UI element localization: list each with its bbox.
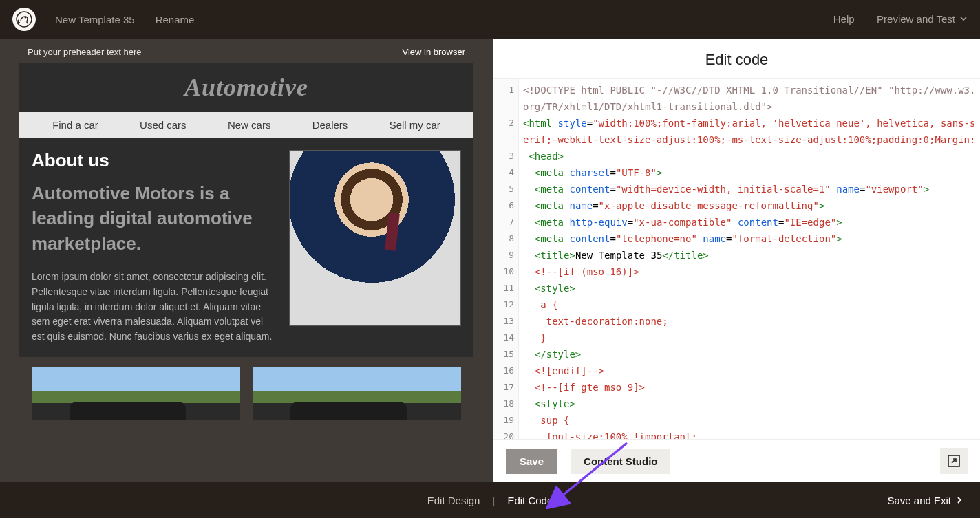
preheader-text: Put your preheader text here — [28, 47, 142, 57]
preview-pane: Put your preheader text here View in bro… — [0, 39, 493, 482]
car-image-row — [19, 357, 473, 420]
main: Put your preheader text here View in bro… — [0, 39, 980, 482]
nav-find-car[interactable]: Find a car — [52, 119, 98, 131]
code-pane-title: Edit code — [493, 39, 980, 78]
car-image-2 — [253, 367, 461, 420]
template-name[interactable]: New Template 35 — [55, 14, 135, 25]
preview-test-label: Preview and Test — [877, 13, 955, 25]
about-text-column: About us Automotive Motors is a leading … — [32, 150, 277, 345]
preview-test-dropdown[interactable]: Preview and Test — [877, 13, 968, 25]
mailchimp-logo-icon[interactable] — [12, 8, 36, 31]
about-heading: About us — [32, 150, 277, 171]
bottom-bar: Edit Design | Edit Code Save and Exit — [0, 482, 980, 518]
code-lines[interactable]: <!DOCTYPE html PUBLIC "-//W3C//DTD XHTML… — [519, 79, 980, 439]
brand-bar: Automotive — [19, 63, 473, 112]
save-and-exit-button[interactable]: Save and Exit — [887, 495, 963, 506]
edit-code-tab[interactable]: Edit Code — [507, 495, 553, 506]
svg-point-1 — [25, 17, 26, 18]
brand-logo-text: Automotive — [184, 73, 308, 102]
about-body: Lorem ipsum dolor sit amet, consectetur … — [32, 270, 277, 344]
chevron-right-icon — [955, 495, 963, 506]
bottom-center: Edit Design | Edit Code — [427, 495, 553, 506]
help-link[interactable]: Help — [833, 13, 855, 25]
code-editor[interactable]: 1234567891011121314151617181920 <!DOCTYP… — [493, 78, 980, 439]
nav-new-cars[interactable]: New cars — [228, 119, 271, 131]
svg-point-0 — [17, 12, 32, 27]
expand-icon[interactable] — [940, 448, 968, 474]
save-button[interactable]: Save — [506, 449, 557, 474]
tab-divider: | — [492, 495, 495, 506]
chevron-down-icon — [959, 13, 968, 25]
car-image-1 — [32, 367, 240, 420]
about-subheading: Automotive Motors is a leading digital a… — [32, 181, 277, 256]
nav-used-cars[interactable]: Used cars — [140, 119, 187, 131]
preview-header-row: Put your preheader text here View in bro… — [0, 39, 493, 63]
nav-dealers[interactable]: Dealers — [312, 119, 348, 131]
rename-link[interactable]: Rename — [156, 14, 195, 25]
content-studio-button[interactable]: Content Studio — [571, 449, 670, 474]
top-bar: New Template 35 Rename Help Preview and … — [0, 0, 980, 39]
nav-row: Find a car Used cars New cars Dealers Se… — [19, 112, 473, 138]
about-image — [289, 150, 461, 326]
view-in-browser-link[interactable]: View in browser — [402, 47, 465, 57]
line-number-gutter: 1234567891011121314151617181920 — [493, 79, 519, 439]
nav-sell-my-car[interactable]: Sell my car — [390, 119, 440, 131]
code-actions: Save Content Studio — [493, 439, 980, 482]
save-and-exit-label: Save and Exit — [887, 495, 951, 506]
email-body: Automotive Find a car Used cars New cars… — [19, 63, 473, 357]
edit-design-tab[interactable]: Edit Design — [427, 495, 480, 506]
about-block: About us Automotive Motors is a leading … — [19, 138, 473, 357]
code-pane: Edit code 123456789101112131415161718192… — [493, 39, 980, 482]
